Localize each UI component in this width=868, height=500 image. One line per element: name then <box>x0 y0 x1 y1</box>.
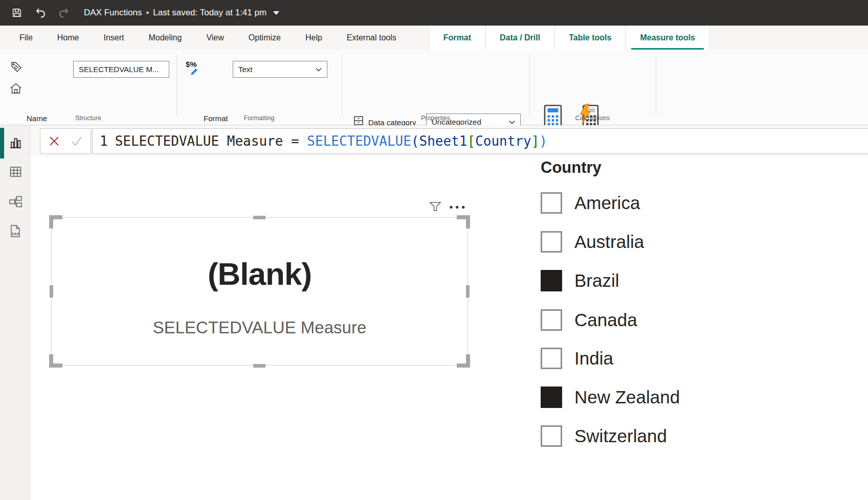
slicer-checkbox[interactable] <box>541 387 562 408</box>
formula-actions <box>40 128 91 154</box>
selection-handle[interactable] <box>49 354 53 368</box>
measure-name-input[interactable] <box>73 61 169 78</box>
group-label-formatting: Formatting <box>176 115 342 122</box>
selection-handle[interactable] <box>253 216 265 219</box>
selection-handle[interactable] <box>466 215 470 229</box>
slicer-checkbox[interactable] <box>541 425 562 447</box>
report-canvas[interactable]: ●●● (Blank) SELECTEDVALUE Measure Countr… <box>31 156 868 500</box>
group-label-calculations: Calculations <box>529 115 656 122</box>
redo-icon <box>58 7 70 19</box>
filter-icon[interactable] <box>429 200 442 213</box>
slicer-item-canada[interactable]: Canada <box>541 309 637 331</box>
report-view-icon <box>9 136 22 149</box>
formula-expression: SELECTEDVALUE Measure = SELECTEDVALUE(Sh… <box>115 133 547 149</box>
chevron-down-icon <box>316 67 322 72</box>
undo-icon <box>34 7 47 19</box>
group-label-properties: Properties <box>342 115 529 122</box>
slicer-item-label: Switzerland <box>574 426 667 446</box>
data-view-icon <box>9 166 22 178</box>
slicer-checkbox[interactable] <box>541 270 562 291</box>
slicer-checkbox[interactable] <box>541 309 562 331</box>
tab-file[interactable]: File <box>7 26 45 50</box>
save-icon <box>11 7 23 18</box>
save-button[interactable] <box>5 0 29 26</box>
slicer-item-australia[interactable]: Australia <box>541 231 644 253</box>
group-label-structure: Structure <box>0 115 176 122</box>
redo-button[interactable] <box>52 0 76 26</box>
slicer-item-label: Australia <box>574 232 644 252</box>
selection-handle[interactable] <box>466 354 470 368</box>
formula-bar: 1 SELECTEDVALUE Measure = SELECTEDVALUE(… <box>31 125 868 156</box>
formula-line-number: 1 <box>100 133 108 149</box>
slicer-checkbox[interactable] <box>541 231 562 253</box>
file-title: DAX Functions • Last saved: Today at 1:4… <box>84 8 266 18</box>
slicer-item-label: India <box>574 348 613 369</box>
powerbi-window: DAX Functions • Last saved: Today at 1:4… <box>0 0 868 500</box>
home-icon <box>9 82 23 95</box>
dax-formula-input[interactable]: 1 SELECTEDVALUE Measure = SELECTEDVALUE(… <box>92 128 868 154</box>
report-view-button[interactable] <box>0 128 31 157</box>
titlebar: DAX Functions • Last saved: Today at 1:4… <box>0 0 868 26</box>
tab-measure-tools[interactable]: Measure tools <box>626 26 709 50</box>
undo-button[interactable] <box>29 0 52 26</box>
dax-query-view-button[interactable]: DAX <box>0 216 31 246</box>
tab-data-drill[interactable]: Data / Drill <box>485 26 554 50</box>
format-value: Text <box>238 65 253 74</box>
slicer-title: Country <box>541 158 602 177</box>
tab-format[interactable]: Format <box>429 26 485 50</box>
ribbon-tab-row: File Home Insert Modeling View Optimize … <box>0 26 868 50</box>
more-options-icon[interactable]: ●●● <box>449 203 468 211</box>
card-value: (Blank) <box>51 256 468 292</box>
model-view-button[interactable] <box>0 187 31 216</box>
slicer-item-switzerland[interactable]: Switzerland <box>541 425 667 447</box>
selection-handle[interactable] <box>49 215 53 229</box>
slicer-item-america[interactable]: America <box>541 192 640 214</box>
selection-handle[interactable] <box>253 364 265 368</box>
cancel-formula-button[interactable] <box>45 132 63 150</box>
check-icon <box>71 135 83 147</box>
visual-header-toolbar: ●●● <box>429 200 468 213</box>
slicer-item-brazil[interactable]: Brazil <box>541 270 619 291</box>
tab-insert[interactable]: Insert <box>91 26 136 50</box>
dax-query-view-icon: DAX <box>9 224 22 238</box>
slicer-item-label: America <box>574 193 640 213</box>
slicer-checkbox[interactable] <box>541 192 562 214</box>
caret-down-icon <box>273 11 280 15</box>
group-divider <box>529 55 530 117</box>
slicer-item-india[interactable]: India <box>541 348 613 369</box>
slicer-checkbox[interactable] <box>541 348 562 369</box>
group-divider <box>342 55 342 117</box>
slicer-item-label: Brazil <box>574 270 619 291</box>
selection-handle[interactable] <box>50 285 53 298</box>
tab-modeling[interactable]: Modeling <box>136 26 194 50</box>
slicer-item-label: New Zealand <box>574 387 680 407</box>
tab-optimize[interactable]: Optimize <box>236 26 293 50</box>
cancel-icon <box>49 135 60 147</box>
tab-home[interactable]: Home <box>45 26 92 50</box>
view-sidebar: DAX <box>0 125 31 500</box>
tab-view[interactable]: View <box>194 26 236 50</box>
tab-external-tools[interactable]: External tools <box>335 26 409 50</box>
selection-handle[interactable] <box>466 285 470 298</box>
tab-table-tools[interactable]: Table tools <box>554 26 626 50</box>
title-separator: • <box>146 8 149 18</box>
data-view-button[interactable] <box>0 157 31 187</box>
group-divider <box>176 55 177 117</box>
card-measure-label: SELECTEDVALUE Measure <box>51 318 468 337</box>
title-menu-button[interactable] <box>273 11 280 15</box>
model-view-icon <box>9 195 23 208</box>
commit-formula-button[interactable] <box>68 132 86 150</box>
tag-icon <box>10 61 23 73</box>
format-select[interactable]: Text <box>233 61 327 78</box>
slicer-item-new-zealand[interactable]: New Zealand <box>541 387 680 408</box>
contextual-tab-group: Format Data / Drill Table tools Measure … <box>429 26 709 50</box>
group-divider <box>656 55 656 117</box>
last-saved-text: Last saved: Today at 1:41 pm <box>153 8 266 18</box>
file-name: DAX Functions <box>84 8 142 18</box>
ribbon-content: Name Home table Sheet1 Structure $% Form… <box>0 50 868 125</box>
tab-help[interactable]: Help <box>293 26 335 50</box>
slicer-item-label: Canada <box>574 310 637 330</box>
svg-text:DAX: DAX <box>12 232 19 236</box>
format-icon: $% <box>186 60 202 76</box>
